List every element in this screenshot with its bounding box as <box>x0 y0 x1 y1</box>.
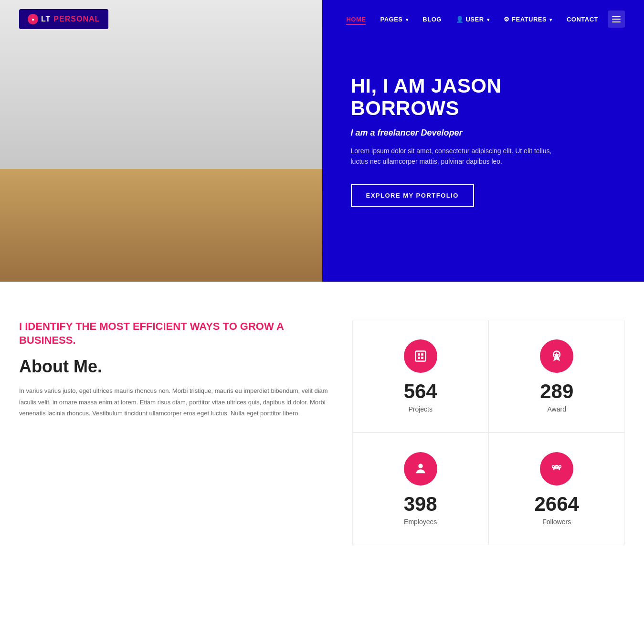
stat-card-award: 289 Award <box>488 320 625 433</box>
followers-number: 2664 <box>535 494 579 514</box>
nav-link-features[interactable]: ⚙ FEATURES ▾ <box>504 16 552 23</box>
explore-portfolio-button[interactable]: EXPLORE MY PORTFOLIO <box>351 184 474 207</box>
nav-link-home[interactable]: HOME <box>346 16 366 25</box>
stats-column-right: 289 Award 2664 Followers <box>488 320 625 545</box>
about-section: I IDENTIFY THE MOST EFFICIENT WAYS TO GR… <box>0 282 644 574</box>
nav-item-blog[interactable]: BLOG <box>422 15 442 23</box>
projects-label: Projects <box>408 405 433 413</box>
about-description: In varius varius justo, eget ultrices ma… <box>19 385 333 419</box>
features-arrow-icon: ▾ <box>548 17 552 22</box>
award-icon <box>540 339 573 373</box>
brand-personal-text: PERSONAL <box>53 15 100 23</box>
pages-arrow-icon: ▾ <box>404 17 409 22</box>
hero-content-panel: HI, I AM JASON BORROWS I am a freelancer… <box>322 0 644 282</box>
svg-point-9 <box>559 465 561 468</box>
nav-item-user[interactable]: 👤 USER ▾ <box>456 15 490 23</box>
nav-link-blog[interactable]: BLOG <box>422 16 442 23</box>
hero-description: Lorem ipsum dolor sit amet, consectetur … <box>351 146 570 167</box>
award-number: 289 <box>540 381 573 401</box>
employees-label: Employees <box>404 518 437 526</box>
svg-rect-1 <box>418 353 420 356</box>
hero-subtitle: I am a freelancer Developer <box>351 128 616 138</box>
about-heading: About Me. <box>19 357 333 377</box>
features-icon: ⚙ <box>504 16 512 23</box>
nav-item-contact[interactable]: CONTACT <box>567 15 598 23</box>
svg-rect-4 <box>421 357 423 359</box>
award-label: Award <box>548 405 566 413</box>
hero-image <box>0 0 322 282</box>
svg-rect-0 <box>415 351 425 361</box>
nav-item-features[interactable]: ⚙ FEATURES ▾ <box>504 15 552 23</box>
brand-icon: ● <box>28 14 38 24</box>
svg-rect-2 <box>421 353 423 356</box>
hero-section: HI, I AM JASON BORROWS I am a freelancer… <box>0 0 644 282</box>
user-arrow-icon: ▾ <box>486 17 490 22</box>
nav-link-user[interactable]: 👤 USER ▾ <box>456 16 490 23</box>
employees-icon <box>404 452 437 486</box>
about-tagline: I IDENTIFY THE MOST EFFICIENT WAYS TO GR… <box>19 320 333 347</box>
brand-lt-text: LT <box>41 15 51 23</box>
hero-title: HI, I AM JASON BORROWS <box>351 75 616 119</box>
hamburger-icon <box>612 16 621 22</box>
user-icon: 👤 <box>456 16 466 23</box>
nav-item-home[interactable]: HOME <box>346 15 366 23</box>
brand-logo[interactable]: ● LT PERSONAL <box>19 9 108 29</box>
svg-rect-3 <box>418 357 420 359</box>
followers-icon <box>540 452 573 486</box>
stat-card-followers: 2664 Followers <box>488 433 625 545</box>
hamburger-button[interactable] <box>608 11 625 28</box>
projects-icon <box>404 339 437 373</box>
nav-links: HOME PAGES ▾ BLOG 👤 USER ▾ ⚙ FEATURES ▾ … <box>346 15 598 23</box>
stat-card-projects: 564 Projects <box>352 320 489 433</box>
svg-point-5 <box>418 464 422 468</box>
navbar: ● LT PERSONAL HOME PAGES ▾ BLOG 👤 USER ▾… <box>0 0 644 38</box>
followers-label: Followers <box>542 518 571 526</box>
employees-number: 398 <box>404 494 437 514</box>
projects-number: 564 <box>404 381 437 401</box>
nav-link-pages[interactable]: PAGES ▾ <box>380 16 408 23</box>
nav-link-contact[interactable]: CONTACT <box>567 16 598 23</box>
stat-card-employees: 398 Employees <box>352 433 489 545</box>
about-left-panel: I IDENTIFY THE MOST EFFICIENT WAYS TO GR… <box>19 320 352 419</box>
desk-photo <box>0 0 322 282</box>
hero-text: HI, I AM JASON BORROWS I am a freelancer… <box>351 75 616 206</box>
stats-column-left: 564 Projects 398 Employees <box>352 320 489 545</box>
stats-panel: 564 Projects 398 Employees <box>352 320 625 545</box>
svg-point-10 <box>552 465 555 468</box>
nav-item-pages[interactable]: PAGES ▾ <box>380 15 408 23</box>
